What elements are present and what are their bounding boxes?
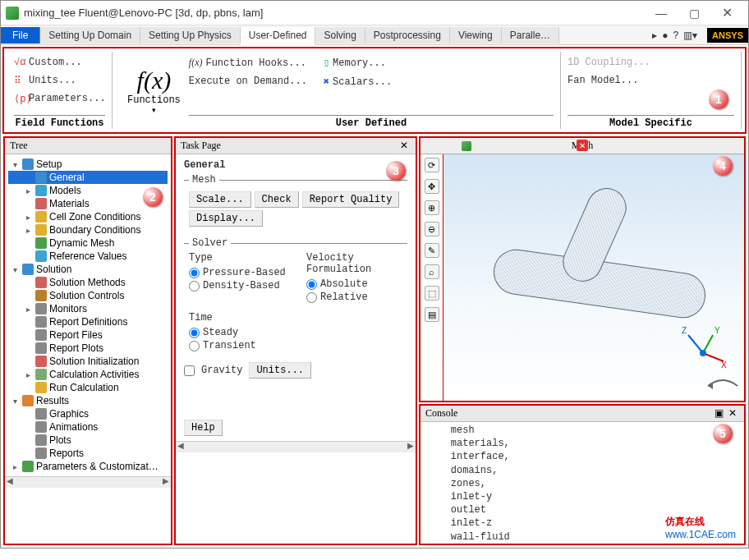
- tab-postprocessing[interactable]: Postprocessing: [365, 27, 450, 44]
- tree-item-general[interactable]: General: [8, 171, 168, 184]
- ribbon-parameters[interactable]: ⟨p⟩Parameters...: [14, 91, 105, 106]
- memory-icon: ▯: [324, 57, 329, 69]
- check-button[interactable]: Check: [255, 191, 299, 208]
- radio-transient[interactable]: [189, 341, 200, 351]
- tree-item-reports[interactable]: Reports: [8, 447, 168, 460]
- probe-icon[interactable]: ✎: [425, 243, 439, 258]
- scale-button[interactable]: Scale...: [189, 191, 251, 208]
- tree-item-solution[interactable]: ▾Solution: [8, 263, 168, 276]
- close-button[interactable]: ✕: [710, 3, 743, 23]
- report-quality-button[interactable]: Report Quality: [302, 191, 400, 208]
- overflow-icon[interactable]: ▸: [652, 30, 657, 41]
- radio-relative[interactable]: [306, 292, 317, 303]
- tree-item-solution-initialization[interactable]: Solution Initialization: [8, 355, 168, 368]
- tree-label: Reports: [49, 448, 84, 459]
- task-panel: Task Page✕ General Mesh Scale... Check R…: [174, 136, 417, 545]
- help-button[interactable]: Help: [184, 420, 223, 436]
- tree-item-calculation-activities[interactable]: ▸Calculation Activities: [8, 368, 168, 381]
- tree-label: Plots: [49, 434, 71, 446]
- display-button[interactable]: Display...: [189, 210, 263, 227]
- tree-item-solution-methods[interactable]: Solution Methods: [8, 276, 168, 289]
- layout-icon[interactable]: ▥▾: [683, 30, 697, 41]
- fit-icon[interactable]: ⬚: [425, 286, 439, 301]
- radio-pressure-based[interactable]: [189, 268, 200, 278]
- tree-item-parameters-customizat-[interactable]: ▸Parameters & Customizat…: [8, 460, 168, 473]
- svg-point-6: [700, 350, 706, 356]
- expander-icon[interactable]: ▸: [23, 213, 33, 222]
- tree-label: Report Plots: [49, 342, 103, 354]
- radio-steady[interactable]: [189, 328, 200, 338]
- expander-icon[interactable]: ▸: [23, 186, 33, 195]
- tree-label: Materials: [49, 198, 90, 209]
- tree-item-report-plots[interactable]: Report Plots: [8, 342, 168, 355]
- tree-scrollbar[interactable]: [5, 476, 171, 488]
- tab-setup-physics[interactable]: Setting Up Physics: [140, 27, 241, 44]
- tree-item-results[interactable]: ▾Results: [8, 394, 168, 407]
- window-title: mixing_tee Fluent@Lenovo-PC [3d, dp, pbn…: [24, 7, 645, 19]
- collapse-icon[interactable]: ●: [662, 30, 668, 41]
- tree-item-run-calculation[interactable]: Run Calculation: [8, 381, 168, 394]
- tree-icon: [35, 172, 47, 183]
- svg-text:Z: Z: [682, 326, 687, 335]
- tree-icon: [35, 434, 47, 446]
- expander-icon[interactable]: ▾: [10, 160, 20, 169]
- ribbon-custom[interactable]: √αCustom...: [14, 55, 105, 70]
- tree-icon: [35, 277, 47, 288]
- tab-solving[interactable]: Solving: [315, 27, 365, 44]
- ribbon-execute-on-demand[interactable]: Execute on Demand...: [189, 74, 307, 89]
- zoom-out-icon[interactable]: ⊖: [425, 222, 439, 236]
- tree-item-cell-zone-conditions[interactable]: ▸Cell Zone Conditions: [8, 210, 168, 223]
- views-icon[interactable]: ▤: [425, 307, 439, 322]
- tab-parallel[interactable]: Paralle…: [502, 27, 559, 44]
- tree-item-solution-controls[interactable]: Solution Controls: [8, 289, 168, 302]
- tree-item-reference-values[interactable]: Reference Values: [8, 250, 168, 263]
- maximize-button[interactable]: ▢: [678, 3, 710, 23]
- expander-icon[interactable]: ▸: [23, 226, 33, 235]
- ribbon-scalars[interactable]: ✖ Scalars...: [324, 74, 392, 90]
- ribbon-fan-model[interactable]: Fan Model...: [567, 73, 734, 88]
- tree-item-plots[interactable]: Plots: [8, 434, 168, 447]
- tree-item-graphics[interactable]: Graphics: [8, 407, 168, 420]
- task-heading: General: [184, 159, 407, 171]
- task-close-icon[interactable]: ✕: [397, 140, 411, 152]
- tree-item-boundary-conditions[interactable]: ▸Boundary Conditions: [8, 223, 168, 236]
- console-close-icon[interactable]: ✕: [726, 407, 739, 419]
- tree-item-dynamic-mesh[interactable]: Dynamic Mesh: [8, 236, 168, 250]
- tree-label: Run Calculation: [49, 382, 119, 393]
- tree-item-animations[interactable]: Animations: [8, 420, 168, 434]
- gravity-checkbox[interactable]: [184, 365, 195, 376]
- ribbon-units[interactable]: ⠿Units...: [14, 73, 105, 88]
- expander-icon[interactable]: ▾: [10, 265, 20, 274]
- units-button[interactable]: Units...: [249, 362, 311, 379]
- tree-item-report-definitions[interactable]: Report Definitions: [8, 315, 168, 328]
- zoom-box-icon[interactable]: ⌕: [425, 264, 439, 279]
- ribbon-functions[interactable]: f(x) Functions▾: [119, 52, 189, 129]
- tree-item-monitors[interactable]: ▸Monitors: [8, 302, 168, 315]
- console-dock-icon[interactable]: ▣: [715, 407, 724, 419]
- expander-icon[interactable]: ▸: [23, 305, 33, 314]
- ribbon-memory[interactable]: ▯ Memory...: [324, 55, 392, 71]
- ribbon-function-hooks[interactable]: f(x) Function Hooks...: [189, 55, 307, 71]
- expander-icon[interactable]: ▸: [10, 462, 20, 471]
- tab-viewing[interactable]: Viewing: [450, 27, 502, 44]
- tree-label: Animations: [49, 421, 98, 433]
- mesh-close-icon[interactable]: ✕: [577, 140, 588, 151]
- pan-icon[interactable]: ✥: [425, 179, 439, 194]
- tab-setup-domain[interactable]: Setting Up Domain: [40, 27, 140, 44]
- tree-item-report-files[interactable]: Report Files: [8, 328, 168, 342]
- expander-icon[interactable]: ▸: [23, 370, 33, 379]
- tree-item-setup[interactable]: ▾Setup: [8, 158, 168, 171]
- refresh-icon[interactable]: ⟳: [425, 158, 439, 172]
- console-title: Console: [425, 407, 457, 420]
- help-icon[interactable]: ?: [673, 30, 678, 41]
- expander-icon[interactable]: ▾: [10, 397, 20, 406]
- units-icon: ⠿: [14, 75, 25, 86]
- minimize-button[interactable]: —: [645, 3, 678, 23]
- radio-density-based[interactable]: [189, 281, 200, 291]
- radio-absolute[interactable]: [306, 279, 317, 290]
- file-menu[interactable]: File: [1, 27, 40, 44]
- zoom-in-icon[interactable]: ⊕: [425, 200, 439, 215]
- viewport[interactable]: X Y Z: [443, 154, 744, 401]
- task-scrollbar[interactable]: [176, 441, 416, 452]
- tab-user-defined[interactable]: User-Defined: [241, 27, 316, 45]
